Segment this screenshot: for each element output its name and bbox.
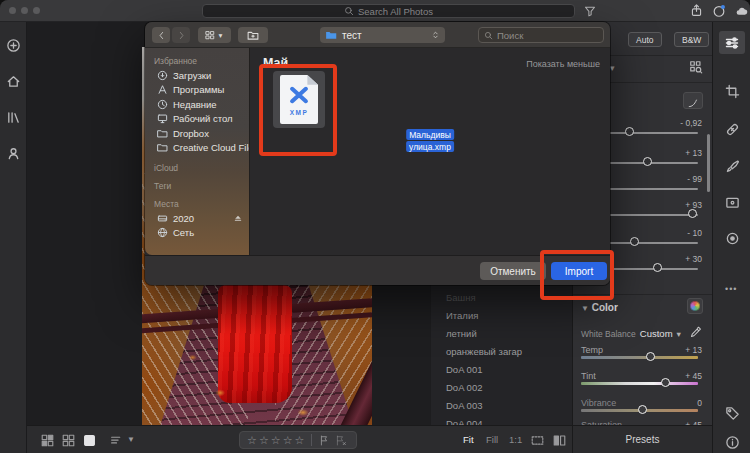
preset-item[interactable]: оранжевый загар — [446, 346, 522, 357]
new-folder-button[interactable] — [238, 27, 268, 43]
sharing-icon[interactable] — [6, 146, 21, 161]
reject-flag-icon[interactable] — [335, 435, 346, 446]
folder-select-dropdown[interactable]: тест — [320, 27, 445, 43]
sort-chevron-icon[interactable]: ▼ — [127, 435, 135, 444]
slider-knob[interactable] — [646, 352, 655, 361]
slider-knob[interactable] — [643, 157, 652, 166]
folder-icon — [157, 128, 168, 139]
star-rating-4[interactable]: ☆ — [283, 432, 293, 448]
sidebar-item-folder[interactable]: Dropbox — [145, 126, 249, 141]
show-less-button[interactable]: Показать меньше — [526, 59, 600, 69]
window-minimize-button[interactable] — [21, 7, 28, 14]
home-icon[interactable] — [6, 74, 21, 89]
global-search-input[interactable]: Search All Photos — [202, 4, 575, 18]
more-tools-icon[interactable]: ••• — [725, 284, 737, 294]
preset-item[interactable]: DoA 004 — [446, 418, 482, 425]
star-rating-5[interactable]: ☆ — [295, 432, 305, 448]
square-grid-view-icon[interactable] — [62, 434, 75, 447]
zoom-one-to-one-button[interactable]: 1:1 — [509, 434, 522, 445]
presets-toggle-button[interactable]: Presets — [572, 425, 712, 453]
divider — [311, 434, 312, 446]
xmp-file-icon[interactable]: XMP — [280, 75, 318, 124]
window-close-button[interactable] — [9, 7, 16, 14]
blue-folder-icon — [325, 29, 337, 41]
preset-item[interactable]: DoA 003 — [446, 400, 482, 411]
slider-track[interactable] — [581, 382, 698, 385]
selection-overlay-icon[interactable] — [531, 434, 544, 447]
slider-knob[interactable] — [661, 378, 670, 387]
brush-tool-icon[interactable] — [725, 159, 740, 174]
file-name-line2[interactable]: улица.xmp — [406, 141, 454, 152]
gradient-tool-icon[interactable] — [725, 195, 740, 210]
white-balance-row[interactable]: White BalanceCustom ▼ — [581, 328, 704, 342]
edit-tool-button-active[interactable] — [719, 31, 745, 54]
slider-label: Temp — [581, 345, 603, 355]
file-open-dialog: ▼ тест Поиск ИзбранноеЗагрузкиПрограммыН… — [145, 22, 610, 285]
detail-view-icon[interactable] — [83, 434, 96, 447]
pick-flag-icon[interactable] — [319, 435, 330, 446]
before-after-view-icon[interactable] — [553, 434, 566, 447]
zoom-fit-button[interactable]: Fit — [463, 434, 474, 445]
cancel-button[interactable]: Отменить — [480, 262, 546, 280]
red-eye-tool-icon[interactable] — [725, 231, 740, 246]
auto-button[interactable]: Auto — [628, 32, 662, 47]
edit-sliders-icon — [724, 35, 740, 51]
back-button[interactable] — [152, 27, 170, 43]
search-icon — [344, 6, 354, 16]
sync-status-icon[interactable] — [712, 4, 726, 18]
sidebar-section-title: Избранное — [154, 56, 249, 66]
eject-icon[interactable] — [233, 213, 243, 223]
tone-curve-button[interactable] — [683, 92, 703, 109]
sidebar-item-disk[interactable]: 2020 — [145, 211, 249, 226]
slider-track[interactable] — [581, 409, 698, 412]
preset-item[interactable]: Башня — [446, 292, 476, 303]
preset-item[interactable]: DoA 002 — [446, 382, 482, 393]
sidebar-item-label: 2020 — [173, 213, 194, 224]
sort-icon[interactable] — [110, 434, 123, 447]
browse-profiles-icon[interactable] — [689, 60, 703, 74]
healing-tool-icon[interactable] — [725, 122, 740, 137]
dialog-file-area: Май Показать меньше XMP Мальдивы улица.x… — [250, 48, 610, 255]
star-rating-2[interactable]: ☆ — [259, 432, 269, 448]
star-rating-1[interactable]: ☆ — [247, 432, 257, 448]
dialog-search-input[interactable]: Поиск — [478, 27, 604, 43]
dialog-sidebar: ИзбранноеЗагрузкиПрограммыНедавниеРабочи… — [145, 48, 250, 255]
eyedropper-icon[interactable] — [690, 326, 702, 338]
preset-item[interactable]: летний — [446, 328, 477, 339]
filter-icon[interactable] — [584, 5, 596, 17]
share-icon[interactable] — [690, 4, 703, 17]
add-photos-icon[interactable] — [6, 38, 21, 53]
sidebar-item-desktop[interactable]: Рабочий стол — [145, 112, 249, 127]
info-icon[interactable] — [725, 435, 740, 450]
my-photos-icon[interactable] — [6, 110, 21, 125]
bw-button[interactable]: B&W — [674, 32, 709, 47]
preset-item[interactable]: DoA 001 — [446, 364, 482, 375]
window-zoom-button[interactable] — [33, 7, 40, 14]
file-name-line1[interactable]: Мальдивы — [406, 129, 454, 140]
slider-track[interactable] — [581, 356, 698, 359]
slider-knob[interactable] — [638, 405, 647, 414]
sidebar-item-label: Creative Cloud Files — [173, 142, 250, 153]
color-mixer-button[interactable] — [687, 298, 703, 314]
photo-grid-view-icon[interactable] — [41, 434, 54, 447]
zoom-fill-button[interactable]: Fill — [486, 434, 498, 445]
panel-scrollbar[interactable] — [707, 134, 710, 192]
sidebar-item-folder[interactable]: Creative Cloud Files — [145, 141, 249, 156]
cloud-icon[interactable] — [734, 5, 749, 17]
color-section-header[interactable]: ▼ Color — [581, 302, 618, 313]
sidebar-item-globe[interactable]: Сеть — [145, 226, 249, 241]
preset-item[interactable]: Италия — [446, 310, 478, 321]
import-button[interactable]: Import — [551, 262, 607, 280]
view-mode-button[interactable]: ▼ — [198, 27, 231, 43]
slider-knob[interactable] — [630, 237, 639, 246]
sidebar-item-download[interactable]: Загрузки — [145, 68, 249, 83]
slider-knob[interactable] — [653, 263, 662, 272]
keywords-tag-icon[interactable] — [725, 406, 740, 421]
sidebar-item-clock[interactable]: Недавние — [145, 97, 249, 112]
star-rating-3[interactable]: ☆ — [271, 432, 281, 448]
sidebar-item-apps[interactable]: Программы — [145, 83, 249, 98]
slider-knob[interactable] — [688, 209, 697, 218]
crop-tool-icon[interactable] — [725, 84, 740, 99]
slider-knob[interactable] — [625, 127, 634, 136]
forward-button[interactable] — [172, 27, 190, 43]
